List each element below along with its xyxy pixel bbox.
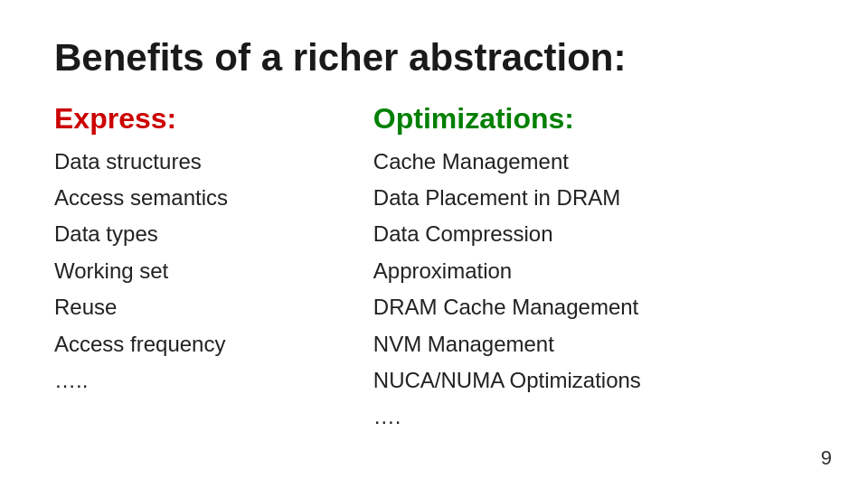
list-item: DRAM Cache Management [373, 293, 814, 322]
list-item: NUCA/NUMA Optimizations [373, 366, 814, 395]
list-item: Access semantics [54, 183, 355, 212]
list-item: …. [373, 402, 814, 431]
list-item: Working set [54, 257, 355, 286]
express-column: Express: Data structures Access semantic… [54, 101, 373, 439]
list-item: ….. [54, 366, 355, 395]
optimizations-column: Optimizations: Cache Management Data Pla… [373, 101, 814, 439]
list-item: Data structures [54, 147, 355, 176]
list-item: Data types [54, 220, 355, 249]
slide-title: Benefits of a richer abstraction: [54, 36, 814, 80]
list-item: Data Compression [373, 220, 814, 249]
list-item: Data Placement in DRAM [373, 183, 814, 212]
slide: Benefits of a richer abstraction: Expres… [0, 0, 868, 488]
page-number: 9 [821, 446, 832, 470]
list-item: Access frequency [54, 330, 355, 359]
list-item: Approximation [373, 257, 814, 286]
list-item: NVM Management [373, 330, 814, 359]
express-header: Express: [54, 101, 355, 136]
list-item: Reuse [54, 293, 355, 322]
columns: Express: Data structures Access semantic… [54, 101, 814, 439]
optimizations-header: Optimizations: [373, 101, 814, 136]
list-item: Cache Management [373, 147, 814, 176]
